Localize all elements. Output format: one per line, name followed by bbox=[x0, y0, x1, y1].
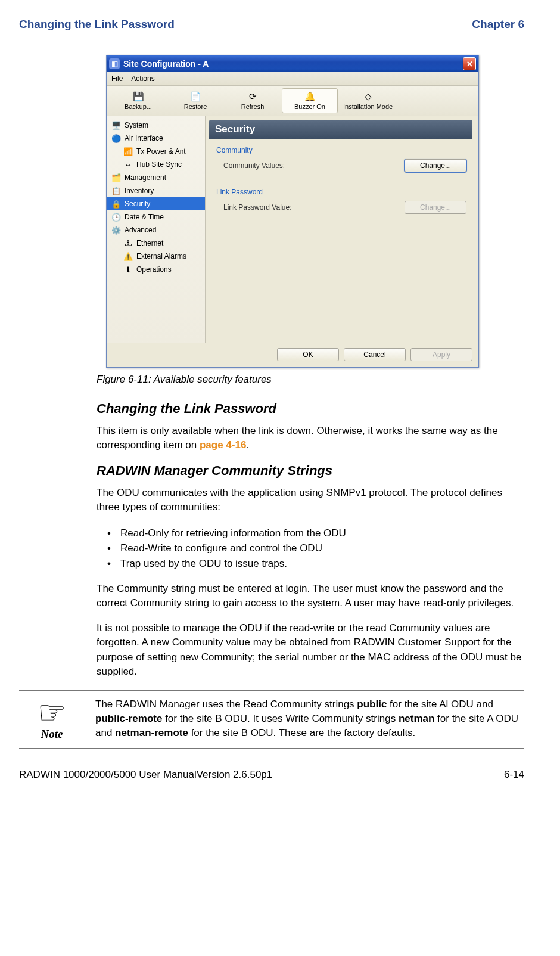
sidebar-item-ethernet[interactable]: 🖧Ethernet bbox=[107, 237, 205, 250]
text-fragment: This item is only available when the lin… bbox=[97, 425, 498, 451]
menubar: File Actions bbox=[107, 72, 478, 86]
header-right: Chapter 6 bbox=[472, 18, 524, 31]
sidebar-item-air-interface[interactable]: 🔵Air Interface bbox=[107, 132, 205, 145]
bold-text: public bbox=[357, 699, 387, 710]
bullet-text: Read-Write to configure and control the … bbox=[120, 541, 322, 556]
bullet-list: •Read-Only for retrieving information fr… bbox=[97, 526, 524, 572]
group-link-password: Link Password Link Password Value: Chang… bbox=[213, 187, 470, 220]
bold-text: public-remote bbox=[95, 713, 162, 724]
sidebar-item-date-time[interactable]: 🕒Date & Time bbox=[107, 210, 205, 224]
download-icon: ⬇ bbox=[123, 265, 133, 274]
sidebar-label: Air Interface bbox=[125, 134, 163, 142]
bullet-icon: • bbox=[107, 556, 112, 572]
lock-icon: 🔒 bbox=[111, 199, 121, 209]
toolbar-restore-label: Restore bbox=[184, 103, 207, 110]
bold-text: netman-remote bbox=[115, 727, 188, 738]
sidebar-item-external-alarms[interactable]: ⚠️External Alarms bbox=[107, 250, 205, 263]
cancel-button[interactable]: Cancel bbox=[344, 348, 406, 361]
toolbar: 💾 Backup... 📄 Restore ⟳ Refresh 🔔 Buzzer… bbox=[107, 86, 478, 116]
group-community-legend: Community bbox=[216, 146, 466, 154]
group-linkpw-legend: Link Password bbox=[216, 188, 466, 196]
bullet-text: Trap used by the ODU to issue traps. bbox=[120, 556, 287, 572]
group-community: Community Community Values: Change... bbox=[213, 145, 470, 178]
sidebar-label: Advanced bbox=[125, 226, 156, 234]
toolbar-refresh[interactable]: ⟳ Refresh bbox=[225, 88, 281, 113]
sidebar-label: Operations bbox=[136, 265, 172, 274]
toolbar-refresh-label: Refresh bbox=[241, 103, 265, 110]
bold-text: netman bbox=[399, 713, 434, 724]
refresh-icon: ⟳ bbox=[247, 91, 258, 102]
note-text: The RADWIN Manager uses the Read Communi… bbox=[95, 697, 524, 740]
clock-icon: 🕒 bbox=[111, 212, 121, 222]
text-fragment: for the site Al ODU and bbox=[387, 699, 493, 710]
sidebar-item-management[interactable]: 🗂️Management bbox=[107, 171, 205, 184]
management-icon: 🗂️ bbox=[111, 173, 121, 182]
header-left: Changing the Link Password bbox=[19, 18, 175, 31]
list-item: •Trap used by the ODU to issue traps. bbox=[97, 556, 524, 572]
section2-p2: The Community string must be entered at … bbox=[97, 582, 524, 610]
sidebar-label: Hub Site Sync bbox=[136, 160, 182, 169]
app-window: ◧ Site Configuration - A ✕ File Actions … bbox=[106, 55, 479, 368]
toolbar-backup-label: Backup... bbox=[125, 103, 152, 110]
sync-icon: ↔ bbox=[123, 160, 133, 169]
linkpw-value-label: Link Password Value: bbox=[223, 203, 399, 212]
toolbar-backup[interactable]: 💾 Backup... bbox=[110, 88, 166, 113]
sidebar-item-hub-sync[interactable]: ↔Hub Site Sync bbox=[107, 158, 205, 171]
text-fragment: for the site B ODU. These are the factor… bbox=[188, 727, 415, 738]
antenna-icon: 📶 bbox=[123, 147, 133, 156]
sidebar-label: Ethernet bbox=[136, 239, 163, 247]
toolbar-install-mode[interactable]: ◇ Installation Mode bbox=[339, 88, 397, 113]
app-icon: ◧ bbox=[109, 58, 120, 69]
sidebar-label: Inventory bbox=[125, 187, 154, 195]
note-block: ☞ Note The RADWIN Manager uses the Read … bbox=[19, 690, 524, 749]
toolbar-restore[interactable]: 📄 Restore bbox=[167, 88, 223, 113]
footer-right: 6-14 bbox=[504, 769, 524, 781]
sidebar-label: System bbox=[125, 121, 148, 129]
window-title: Site Configuration - A bbox=[123, 59, 463, 69]
bullet-icon: • bbox=[107, 541, 112, 556]
menu-file[interactable]: File bbox=[111, 75, 123, 83]
list-item: •Read-Only for retrieving information fr… bbox=[97, 526, 524, 541]
apply-button: Apply bbox=[410, 348, 472, 361]
toolbar-buzzer[interactable]: 🔔 Buzzer On bbox=[282, 88, 338, 113]
restore-icon: 📄 bbox=[190, 91, 201, 102]
dialog-button-row: OK Cancel Apply bbox=[107, 343, 478, 367]
text-fragment: . bbox=[246, 439, 249, 451]
bullet-icon: • bbox=[107, 526, 112, 541]
sidebar-item-security[interactable]: 🔒Security bbox=[107, 197, 205, 210]
ok-button[interactable]: OK bbox=[277, 348, 339, 361]
bullet-text: Read-Only for retrieving information fro… bbox=[120, 526, 346, 541]
page-link[interactable]: page 4-16 bbox=[200, 439, 246, 451]
community-values-label: Community Values: bbox=[223, 162, 399, 170]
diamond-icon: ◇ bbox=[363, 91, 374, 102]
toolbar-install-label: Installation Mode bbox=[343, 103, 393, 110]
section-heading-linkpw: Changing the Link Password bbox=[97, 401, 524, 417]
section2-p3: It is not possible to manage the ODU if … bbox=[97, 621, 524, 679]
air-icon: 🔵 bbox=[111, 134, 121, 143]
close-icon[interactable]: ✕ bbox=[463, 57, 476, 70]
community-change-button[interactable]: Change... bbox=[405, 159, 466, 172]
sidebar-item-tx-power[interactable]: 📶Tx Power & Ant bbox=[107, 145, 205, 158]
sidebar-item-system[interactable]: 🖥️System bbox=[107, 119, 205, 132]
sidebar-label: Tx Power & Ant bbox=[136, 147, 186, 156]
section-heading-community: RADWIN Manager Community Strings bbox=[97, 463, 524, 479]
list-item: •Read-Write to configure and control the… bbox=[97, 541, 524, 556]
title-bar: ◧ Site Configuration - A ✕ bbox=[107, 55, 478, 72]
gear-icon: ⚙️ bbox=[111, 225, 121, 235]
inventory-icon: 📋 bbox=[111, 186, 121, 195]
sidebar-label: External Alarms bbox=[136, 252, 186, 260]
text-fragment: for the site B ODU. It uses Write Commun… bbox=[162, 713, 398, 724]
section2-p1: The ODU communicates with the applicatio… bbox=[97, 486, 524, 514]
ethernet-icon: 🖧 bbox=[123, 238, 133, 248]
content-panel: Security Community Community Values: Cha… bbox=[206, 116, 478, 343]
save-icon: 💾 bbox=[133, 91, 144, 102]
section1-paragraph: This item is only available when the lin… bbox=[97, 424, 524, 452]
sidebar-item-inventory[interactable]: 📋Inventory bbox=[107, 184, 205, 197]
pointing-hand-icon: ☞ bbox=[38, 697, 66, 729]
linkpw-change-button: Change... bbox=[405, 201, 466, 214]
sidebar: 🖥️System 🔵Air Interface 📶Tx Power & Ant … bbox=[107, 116, 206, 343]
menu-actions[interactable]: Actions bbox=[131, 75, 154, 83]
sidebar-item-operations[interactable]: ⬇Operations bbox=[107, 263, 205, 276]
text-fragment: The RADWIN Manager uses the Read Communi… bbox=[95, 699, 357, 710]
sidebar-item-advanced[interactable]: ⚙️Advanced bbox=[107, 224, 205, 237]
